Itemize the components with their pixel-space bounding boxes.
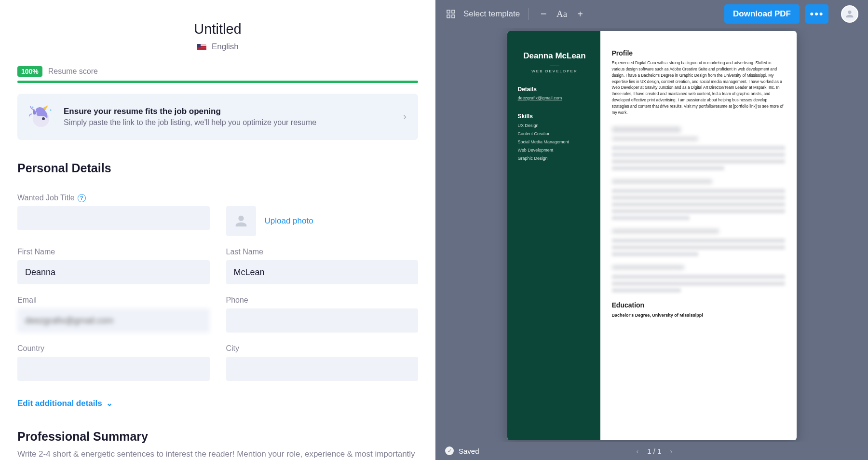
download-pdf-button[interactable]: Download PDF: [724, 4, 800, 24]
blur-subheading: [612, 179, 712, 184]
skills-heading: Skills: [518, 113, 592, 120]
score-badge: 100%: [17, 66, 42, 77]
summary-desc: Write 2-4 short & energetic sentences to…: [17, 448, 418, 460]
first-name-input[interactable]: [17, 260, 210, 284]
skill-item: Graphic Design: [518, 156, 592, 161]
country-label: Country: [17, 344, 210, 353]
more-options-button[interactable]: •••: [805, 4, 828, 24]
chevron-right-icon: ›: [403, 111, 407, 123]
first-name-label: First Name: [17, 248, 210, 256]
blur-paragraph: [612, 275, 785, 293]
profile-heading: Profile: [612, 49, 785, 57]
education-item: Bachelor's Degree, University of Mississ…: [612, 313, 785, 318]
education-heading: Education: [612, 301, 785, 309]
saved-label: Saved: [459, 447, 479, 455]
font-size-icon: Aa: [556, 8, 568, 20]
optimize-tip-card[interactable]: Ensure your resume fits the job opening …: [17, 94, 418, 140]
score-row: 100% Resume score: [17, 66, 418, 77]
chevron-down-icon: ⌄: [106, 398, 113, 408]
language-label: English: [212, 42, 239, 51]
separator: [529, 8, 529, 20]
svg-rect-4: [447, 10, 450, 13]
svg-point-3: [32, 107, 34, 108]
tip-text: Ensure your resume fits the job opening …: [64, 107, 393, 127]
skill-item: Web Development: [518, 148, 592, 153]
email-label: Email: [17, 296, 210, 305]
resume-role: WEB DEVELOPER: [518, 69, 592, 73]
tip-title: Ensure your resume fits the job opening: [64, 107, 393, 116]
last-name-input[interactable]: [226, 260, 419, 284]
font-decrease-button[interactable]: −: [538, 8, 549, 20]
skill-item: Content Creation: [518, 131, 592, 136]
next-page-button[interactable]: ›: [670, 447, 672, 455]
saved-check-icon: ✓: [445, 446, 454, 455]
score-progress: [17, 81, 418, 83]
resume-email: deezgrafix@gmail.com: [518, 96, 592, 100]
svg-point-1: [42, 117, 45, 120]
language-row[interactable]: English: [17, 42, 418, 52]
edit-additional-link[interactable]: Edit additional details ⌄: [17, 398, 113, 408]
unicorn-icon: [29, 104, 54, 129]
blur-subheading: [612, 137, 699, 141]
city-label: City: [226, 344, 419, 353]
svg-rect-6: [447, 15, 450, 18]
profile-text: Experienced Digital Guru with a strong b…: [612, 60, 785, 116]
font-increase-button[interactable]: +: [574, 8, 586, 20]
blur-subheading: [612, 265, 685, 270]
phone-input[interactable]: [226, 308, 419, 333]
resume-document[interactable]: Deanna McLean WEB DEVELOPER Details deez…: [507, 31, 797, 440]
tip-desc: Simply paste the link to the job listing…: [64, 118, 393, 127]
job-title-input[interactable]: [17, 206, 210, 230]
blur-paragraph: [612, 238, 785, 256]
details-heading: Details: [518, 86, 592, 93]
svg-rect-5: [452, 10, 455, 13]
document-title[interactable]: Untitled: [17, 21, 418, 37]
help-icon[interactable]: ?: [78, 194, 86, 202]
resume-sidebar: Deanna McLean WEB DEVELOPER Details deez…: [507, 31, 600, 440]
preview-area: Deanna McLean WEB DEVELOPER Details deez…: [435, 28, 868, 442]
resume-main: Profile Experienced Digital Guru with a …: [600, 31, 797, 440]
personal-details-title: Personal Details: [17, 161, 418, 175]
photo-placeholder[interactable]: [226, 206, 256, 236]
blur-paragraph: [612, 189, 785, 220]
summary-title: Professional Summary: [17, 430, 418, 444]
flag-icon: [197, 44, 206, 51]
upload-photo-link[interactable]: Upload photo: [265, 216, 313, 226]
country-input[interactable]: [17, 357, 210, 381]
email-input[interactable]: [17, 308, 210, 333]
select-template-button[interactable]: Select template: [463, 9, 520, 19]
user-avatar[interactable]: [841, 5, 858, 23]
resume-name: Deanna McLean: [518, 51, 592, 61]
phone-label: Phone: [226, 296, 419, 305]
skill-item: Social Media Management: [518, 139, 592, 144]
prev-page-button[interactable]: ‹: [636, 447, 638, 455]
blur-heading: [612, 126, 681, 133]
template-grid-icon[interactable]: [445, 8, 457, 20]
page-indicator: 1 / 1: [647, 447, 661, 455]
last-name-label: Last Name: [226, 248, 419, 256]
city-input[interactable]: [226, 357, 419, 381]
job-title-label: Wanted Job Title ?: [17, 194, 210, 202]
editor-panel: Untitled English 100% Resume score Ensur…: [0, 0, 435, 460]
skill-item: UX Design: [518, 123, 592, 128]
svg-rect-7: [452, 15, 455, 18]
preview-toolbar: Select template − Aa + Download PDF •••: [435, 0, 868, 28]
blur-paragraph: [612, 146, 785, 170]
score-label: Resume score: [48, 67, 98, 76]
svg-point-2: [50, 110, 52, 111]
blur-subheading: [612, 229, 719, 234]
preview-panel: Select template − Aa + Download PDF ••• …: [435, 0, 868, 460]
preview-footer: ✓ Saved ‹ 1 / 1 ›: [435, 442, 868, 460]
